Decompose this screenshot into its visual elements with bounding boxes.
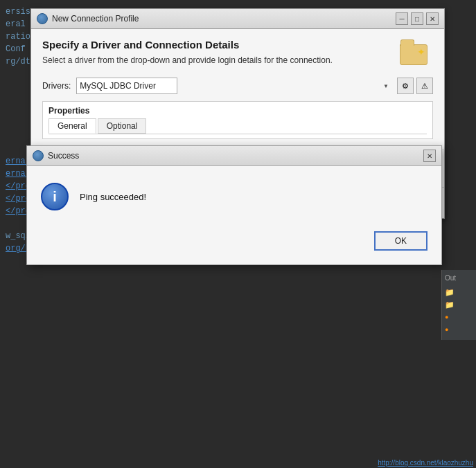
close-button[interactable]: ✕ <box>426 12 439 25</box>
success-dialog-title: Success <box>48 151 79 161</box>
tab-general[interactable]: General <box>49 118 96 134</box>
drivers-label: Drivers: <box>42 81 71 91</box>
dialog-header: Specify a Driver and Connection Details … <box>42 39 433 72</box>
driver-configure-btn[interactable]: ⚙ <box>397 78 414 94</box>
folder-item-1[interactable]: 📁 <box>445 286 473 298</box>
dialog-icon <box>37 13 48 24</box>
driver-action-btns: ⚙ ⚠ <box>397 78 433 94</box>
tab-optional[interactable]: Optional <box>98 118 147 134</box>
minimize-button[interactable]: ─ <box>396 12 408 25</box>
success-message: Ping succeeded! <box>80 192 146 202</box>
driver-warning-btn[interactable]: ⚠ <box>416 78 433 94</box>
success-title-controls: ✕ <box>423 150 436 162</box>
success-body: i Ping succeeded! OK <box>27 166 441 264</box>
folder-item-badge-2: ● <box>445 323 473 336</box>
success-dialog-icon <box>33 150 44 161</box>
properties-tab-bar: General Optional <box>49 118 427 134</box>
success-ok-row: OK <box>41 231 427 251</box>
drivers-row: Drivers: MySQL JDBC Driver PostgreSQL JD… <box>42 78 433 94</box>
maximize-button[interactable]: □ <box>411 12 423 25</box>
success-close-button[interactable]: ✕ <box>423 150 436 162</box>
connection-icon: ✦ <box>400 39 433 72</box>
folder-items: 📁 📁 ● ● <box>445 286 473 336</box>
success-title-left: Success <box>33 150 79 161</box>
dialog-title-bar: New Connection Profile ─ □ ✕ <box>31 9 444 29</box>
sparkle-icon: ✦ <box>417 46 425 57</box>
folder-item-2[interactable]: 📁 <box>445 298 473 311</box>
properties-label: Properties <box>49 106 427 116</box>
drivers-select[interactable]: MySQL JDBC Driver PostgreSQL JDBC Driver… <box>76 78 177 94</box>
properties-section: Properties General Optional <box>42 101 433 139</box>
dialog-header-text: Specify a Driver and Connection Details … <box>42 39 333 66</box>
success-title-bar: Success ✕ <box>27 146 441 166</box>
watermark: http://blog.csdn.net/klaozhuzhu <box>378 459 473 467</box>
dialog-title: New Connection Profile <box>52 14 139 24</box>
info-icon: i <box>41 183 69 210</box>
success-message-row: i Ping succeeded! <box>41 183 427 210</box>
title-bar-left: New Connection Profile <box>37 13 139 24</box>
folder-item-badge-1: ● <box>445 311 473 323</box>
dialog-heading: Specify a Driver and Connection Details <box>42 39 333 51</box>
dialog-description: Select a driver from the drop-down and p… <box>42 55 333 66</box>
drivers-select-wrapper: MySQL JDBC Driver PostgreSQL JDBC Driver… <box>76 78 391 94</box>
dialog-content: Specify a Driver and Connection Details … <box>31 29 444 149</box>
out-label: Out <box>445 274 473 282</box>
title-bar-controls: ─ □ ✕ <box>396 12 439 25</box>
right-panel: Out 📁 📁 ● ● <box>441 270 476 340</box>
success-dialog: Success ✕ i Ping succeeded! OK <box>26 145 442 265</box>
folder-icon: ✦ <box>400 44 427 65</box>
ok-button[interactable]: OK <box>374 231 427 251</box>
